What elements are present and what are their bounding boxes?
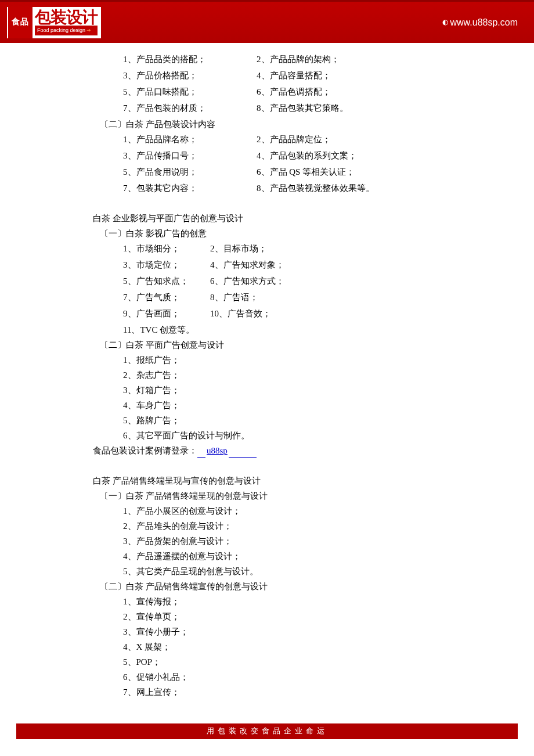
section2-sub2: 〔二〕白茶 平面广告创意与设计 xyxy=(100,338,515,352)
section3-list-b: 1、宣传海报； 2、宣传单页； 3、宣传小册子； 4、X 展架； 5、POP； … xyxy=(123,595,515,699)
section1-list-a: 1、产品品类的搭配； 2、产品品牌的架构； 3、产品价格搭配； 4、产品容量搭配… xyxy=(123,52,515,115)
list-item: 4、车身广告； xyxy=(123,398,515,412)
list-item: 2、宣传单页； xyxy=(123,610,515,624)
list-item: 6、广告知求方式； xyxy=(210,274,515,288)
list-item: 3、市场定位； xyxy=(123,258,210,272)
list-item: 1、产品品类的搭配； xyxy=(123,52,257,66)
list-item: 7、产品包装的材质； xyxy=(123,101,257,115)
site-url[interactable]: ◐ www.u88sp.com xyxy=(442,15,518,30)
list-item: 4、X 展架； xyxy=(123,640,515,654)
section2-list-a: 1、市场细分； 2、目标市场； 3、市场定位； 4、广告知求对象； 5、广告知求… xyxy=(123,242,515,337)
list-item: 5、产品口味搭配； xyxy=(123,85,257,99)
list-item: 1、宣传海报； xyxy=(123,595,515,609)
section2-list-b: 1、报纸广告； 2、杂志广告； 3、灯箱广告； 4、车身广告； 5、路牌广告； … xyxy=(123,353,515,442)
list-item: 2、产品品牌的架构； xyxy=(257,52,515,66)
list-item: 2、产品品牌定位； xyxy=(257,132,515,146)
list-item: 2、杂志广告； xyxy=(123,368,515,382)
document-content: 1、产品品类的搭配； 2、产品品牌的架构； 3、产品价格搭配； 4、产品容量搭配… xyxy=(0,43,534,723)
case-link[interactable]: u88sp xyxy=(205,446,229,455)
list-item: 6、其它平面广告的设计与制作。 xyxy=(123,429,515,442)
section3-sub2: 〔二〕白茶 产品销售终端宣传的创意与设计 xyxy=(100,579,515,593)
logo-en-text: Food packing design ➔ xyxy=(35,26,98,35)
logo-food-badge: 食品 xyxy=(8,6,33,38)
logo-cn-text: 包装设计 xyxy=(35,9,98,26)
link-prefix: 食品包装设计案例请登录： xyxy=(93,446,197,455)
list-item: 8、产品包装视觉整体效果等。 xyxy=(257,181,515,195)
page-footer: 用包装改变食品企业命运 xyxy=(16,723,518,739)
site-url-text: www.u88sp.com xyxy=(450,15,518,30)
list-item: 7、包装其它内容； xyxy=(123,181,257,195)
link-underline-left xyxy=(197,457,205,458)
list-item: 10、广告音效； xyxy=(210,307,515,321)
logo-main: 包装设计 Food packing design ➔ xyxy=(33,9,98,35)
section1-list-b: 1、产品品牌名称； 2、产品品牌定位； 3、产品传播口号； 4、产品包装的系列文… xyxy=(123,132,515,195)
page-header: 食品 包装设计 Food packing design ➔ ◐ www.u88s… xyxy=(0,0,534,43)
list-item: 4、广告知求对象； xyxy=(210,258,515,272)
list-item: 7、广告气质； xyxy=(123,290,210,304)
list-item: 6、促销小礼品； xyxy=(123,670,515,684)
section2-sub1: 〔一〕白茶 影视广告的创意 xyxy=(100,226,515,240)
list-item: 3、产品价格搭配； xyxy=(123,69,257,82)
logo: 食品 包装设计 Food packing design ➔ xyxy=(7,7,101,38)
list-item: 6、产品 QS 等相关认证； xyxy=(257,165,515,179)
list-item: 4、产品容量搭配； xyxy=(257,69,515,82)
list-item: 3、宣传小册子； xyxy=(123,625,515,639)
list-item: 9、广告画面； xyxy=(123,307,210,321)
list-item: 1、产品品牌名称； xyxy=(123,132,257,146)
list-item: 5、路牌广告； xyxy=(123,413,515,427)
list-item: 2、产品堆头的创意与设计； xyxy=(123,519,515,533)
section3-title: 白茶 产品销售终端呈现与宣传的创意与设计 xyxy=(93,474,515,488)
list-item: 3、灯箱广告； xyxy=(123,383,515,397)
list-item: 7、网上宣传； xyxy=(123,685,515,699)
list-item: 1、市场细分； xyxy=(123,242,210,255)
list-item: 5、POP； xyxy=(123,655,515,669)
list-item: 4、产品包装的系列文案； xyxy=(257,149,515,163)
list-item: 8、广告语； xyxy=(210,290,515,304)
list-item: 1、产品小展区的创意与设计； xyxy=(123,504,515,518)
section2-title: 白茶 企业影视与平面广告的创意与设计 xyxy=(93,211,515,225)
section3-sub1: 〔一〕白茶 产品销售终端呈现的创意与设计 xyxy=(100,489,515,503)
section1-sub2: 〔二〕白茶 产品包装设计内容 xyxy=(100,117,515,131)
arrow-icon: ➔ xyxy=(86,26,91,34)
list-item: 5、产品食用说明； xyxy=(123,165,257,179)
list-item: 6、产品色调搭配； xyxy=(257,85,515,99)
list-item: 11、TVC 创意等。 xyxy=(123,323,515,337)
list-item: 3、产品传播口号； xyxy=(123,149,257,163)
footer-wrap: 用包装改变食品企业命运 xyxy=(0,723,534,739)
list-item: 1、报纸广告； xyxy=(123,353,515,367)
list-item: 3、产品货架的创意与设计； xyxy=(123,534,515,548)
section3-list-a: 1、产品小展区的创意与设计； 2、产品堆头的创意与设计； 3、产品货架的创意与设… xyxy=(123,504,515,578)
case-link-line: 食品包装设计案例请登录：u88sp xyxy=(93,444,515,458)
list-item: 4、产品遥遥摆的创意与设计； xyxy=(123,549,515,563)
link-underline-right xyxy=(229,457,257,458)
logo-en-label: Food packing design xyxy=(37,26,85,34)
list-item: 2、目标市场； xyxy=(210,242,515,255)
bullet-icon: ◐ xyxy=(442,17,448,28)
list-item: 8、产品包装其它策略。 xyxy=(257,101,515,115)
list-item: 5、其它类产品呈现的创意与设计。 xyxy=(123,564,515,578)
list-item: 5、广告知求点； xyxy=(123,274,210,288)
